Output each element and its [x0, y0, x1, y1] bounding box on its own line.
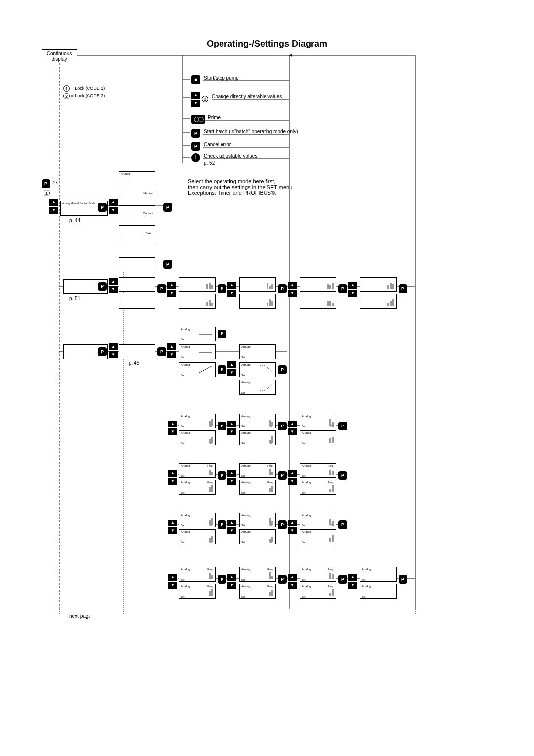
r860-b-bot: AnalogSetFreq.: [239, 480, 276, 495]
up-icon: ▲: [49, 199, 58, 206]
nav-r480-a: ▲ ▼: [167, 282, 176, 298]
down-icon: ▼: [168, 527, 177, 534]
instr-l1: Select the operating mode here first,: [188, 178, 356, 184]
nav-p45: ▲ ▼: [109, 343, 118, 359]
r480-a-top: [119, 277, 155, 292]
r1070-b-top: AnalogSetFreq.: [239, 567, 276, 582]
down-icon: ▼: [348, 582, 357, 589]
s: Set: [181, 491, 185, 494]
l: Analog: [181, 530, 190, 533]
down-icon: ▼: [227, 478, 236, 485]
l: Analog: [181, 568, 190, 571]
r860-c-top: AnalogSetFreq.: [300, 463, 336, 478]
down-icon: ▼: [167, 351, 176, 358]
p-r1070-d: P: [399, 575, 407, 584]
up-icon: ▲: [227, 470, 236, 477]
fq: Freq.: [328, 464, 334, 467]
up-icon: ▲: [109, 278, 118, 285]
curve-rising-icon: [198, 365, 213, 375]
ar2-lbl: Analog: [241, 363, 251, 366]
p-p45: P: [98, 347, 107, 356]
r960-a-bot: AnalogSetmA: [179, 529, 216, 544]
instr-l2: then carry out the settings in the SET m…: [188, 184, 356, 190]
action-start-stop: Start/stop pump: [204, 75, 239, 81]
analog-right-2: Analog Set: [239, 362, 276, 377]
p-r860-c: P: [338, 471, 347, 480]
nav-r480-c: ▲ ▼: [288, 282, 297, 298]
s: Set: [241, 524, 245, 527]
l: Analog: [181, 415, 190, 418]
r480-c-top: [239, 277, 276, 292]
p52-label: p. 52: [204, 160, 215, 166]
p-r1070-c: P: [338, 575, 347, 584]
mode-batch-label: Batch: [146, 232, 153, 235]
r860-b-top: AnalogSetFreq.: [239, 463, 276, 478]
analog-right-3: Analog Set: [239, 380, 276, 395]
continuous-display-box: Continuous display: [42, 49, 77, 63]
s: Set: [181, 425, 185, 428]
curve-flat2-icon: [198, 348, 213, 357]
p-r480-e: P: [399, 284, 407, 293]
s: Set: [181, 578, 185, 581]
s: Set: [302, 578, 306, 581]
down-icon: ▼: [227, 582, 236, 589]
s: Set: [302, 491, 306, 494]
up-icon: ▲: [168, 520, 177, 526]
action-start-batch: Start batch (in"batch" operating mode on…: [204, 129, 298, 134]
page-title: Operating-/Settings Diagram: [0, 39, 534, 49]
nav-analog-curve: ▲ ▼: [227, 361, 236, 377]
r860-a-top: AnalogSetFreq.: [179, 463, 216, 478]
action-change-values: Change directly alterable values: [212, 94, 282, 99]
l: Analog: [181, 464, 190, 467]
s: Set: [241, 578, 245, 581]
action-cancel-error: Cancel error: [204, 142, 231, 147]
r960-c-bot: AnalogSet: [300, 529, 336, 544]
down-icon: ▼: [288, 582, 297, 589]
up-icon: ▲: [227, 421, 236, 427]
nav-modebar-left: ▲ ▼: [49, 199, 58, 215]
down-icon: ▼: [227, 290, 236, 297]
p-r480-b: P: [218, 284, 226, 293]
mode-bar-label: Analog Manual Contact Batch: [62, 202, 95, 205]
up-icon: ▲: [167, 343, 176, 350]
s: Set: [241, 442, 245, 445]
r960-b-bot: AnalogSetmA: [239, 529, 276, 544]
down-icon: ▼: [227, 527, 236, 534]
up-icon: ▲: [227, 282, 236, 289]
l: Analog: [241, 464, 251, 467]
up-icon: ▲: [288, 282, 297, 289]
l: Analog: [241, 585, 251, 588]
p-r1070-a: P: [218, 575, 226, 584]
p-r960-b: P: [278, 520, 287, 529]
two-s-label: 2 s: [52, 180, 58, 185]
instruction-block: Select the operating mode here first, th…: [188, 178, 356, 196]
ar1-lbl: Analog: [241, 345, 251, 348]
down-icon: ▼: [109, 207, 118, 214]
l: Analog: [241, 431, 251, 434]
l: Analog: [302, 464, 311, 467]
mode-manual-box: Manual: [119, 191, 155, 206]
nav-r480-b: ▲ ▼: [227, 282, 236, 298]
fq: Freq.: [267, 464, 273, 467]
analog-right-1: Analog Set: [239, 344, 276, 359]
mode-contact-label: Contact: [143, 212, 153, 215]
r1070-d-bot: AnalogSet: [360, 584, 397, 599]
r480-c-bot: [239, 294, 276, 309]
s: Set: [181, 474, 185, 477]
down-icon: ▼: [49, 207, 58, 214]
p-r960-a: P: [218, 520, 226, 529]
p-button-modebar-icon: P: [98, 203, 107, 212]
s: Set: [181, 595, 185, 598]
ac3-sub: Set: [181, 374, 185, 377]
s: Set: [241, 595, 245, 598]
l: Analog: [302, 568, 311, 571]
l: Analog: [302, 530, 311, 533]
nav-r1070-bc: ▲▼: [288, 574, 297, 590]
diagram-canvas: Continuous display 1 = Lock (CODE 1) 2 =…: [40, 49, 494, 722]
l: Analog: [241, 481, 251, 484]
ac2-sub: Set: [181, 356, 185, 359]
up-icon: ▲: [348, 574, 357, 581]
l: Analog: [241, 514, 251, 517]
down-icon: ▼: [168, 428, 177, 435]
up-icon: ▲: [227, 574, 236, 581]
